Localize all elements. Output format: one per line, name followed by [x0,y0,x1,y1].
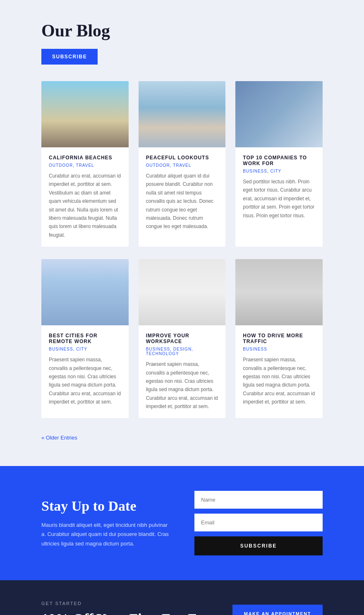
name-input[interactable] [194,491,323,509]
card-tags: BUSINESS [243,347,315,351]
newsletter-text: Mauris blandit aliquet elit, eget tincid… [41,521,170,548]
cta-left: GET STARTED 10% Off Your First Eye Exam [41,601,232,615]
card-title: HOW TO DRIVE MORE TRAFFIC [243,333,315,344]
card-title: PEACEFUL LOOKOUTS [146,155,218,161]
blog-card: HOW TO DRIVE MORE TRAFFICBUSINESSPraesen… [235,259,323,418]
card-title: TOP 10 COMPANIES TO WORK FOR [243,155,315,166]
card-tags: BUSINESS, CITY [243,169,315,173]
blog-section: Our Blog SUBSCRIBE CALIFORNIA BEACHESOUT… [0,0,364,466]
card-tags: BUSINESS, CITY [49,347,121,351]
newsletter-subscribe-button[interactable]: SUBSCRIBE [194,536,323,555]
card-tags: BUSINESS, DESIGN, TECHNOLOGY [146,347,218,356]
cta-label: GET STARTED [41,601,232,606]
blog-card: CALIFORNIA BEACHESOUTDOOR, TRAVELCurabit… [41,81,129,247]
blog-card: PEACEFUL LOOKOUTSOUTDOOR, TRAVELCurabitu… [139,81,226,247]
cta-title: 10% Off Your First Eye Exam [41,611,232,615]
blog-card: IMPROVE YOUR WORKSPACEBUSINESS, DESIGN, … [139,259,226,418]
card-tags: OUTDOOR, TRAVEL [49,163,121,168]
make-appointment-button[interactable]: MAKE AN APPOINTMENT [232,605,323,615]
blog-card: TOP 10 COMPANIES TO WORK FORBUSINESS, CI… [235,81,323,247]
newsletter-form: SUBSCRIBE [194,491,323,555]
blog-title: Our Blog [41,21,323,41]
cta-section: GET STARTED 10% Off Your First Eye Exam … [0,580,364,615]
card-tags: OUTDOOR, TRAVEL [146,163,218,168]
email-input[interactable] [194,514,323,531]
blog-grid-bottom: BEST CITIES FOR REMOTE WORKBUSINESS, CIT… [41,259,323,418]
card-title: BEST CITIES FOR REMOTE WORK [49,333,121,344]
card-text: Sed porttitor lectus nibh. Proin eget to… [243,178,315,220]
card-text: Curabitur aliquet quam id dui posuere bl… [146,172,218,231]
card-text: Praesent sapien massa, convallis a pelle… [49,356,121,406]
card-text: Praesent sapien massa, convallis a pelle… [146,360,218,411]
card-title: IMPROVE YOUR WORKSPACE [146,333,218,344]
card-title: CALIFORNIA BEACHES [49,155,121,161]
older-entries-link[interactable]: « Older Entries [41,435,77,441]
newsletter-section: Stay Up to Date Mauris blandit aliquet e… [0,466,364,580]
card-text: Praesent sapien massa, convallis a pelle… [243,356,315,406]
blog-card: BEST CITIES FOR REMOTE WORKBUSINESS, CIT… [41,259,129,418]
blog-grid: CALIFORNIA BEACHESOUTDOOR, TRAVELCurabit… [41,81,323,247]
newsletter-title: Stay Up to Date [41,498,170,514]
card-text: Curabitur arcu erat, accumsan id imperdi… [49,172,121,239]
subscribe-button[interactable]: SUBSCRIBE [41,49,98,65]
newsletter-left: Stay Up to Date Mauris blandit aliquet e… [41,498,170,548]
